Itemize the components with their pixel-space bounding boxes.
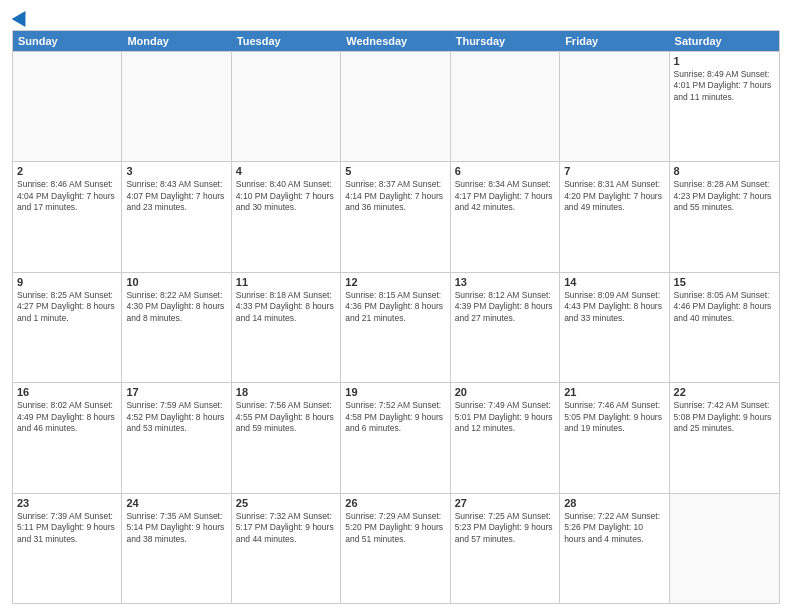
calendar-day-empty bbox=[13, 52, 122, 161]
calendar-day-28: 28Sunrise: 7:22 AM Sunset: 5:26 PM Dayli… bbox=[560, 494, 669, 603]
day-info: Sunrise: 8:34 AM Sunset: 4:17 PM Dayligh… bbox=[455, 179, 555, 213]
day-info: Sunrise: 7:52 AM Sunset: 4:58 PM Dayligh… bbox=[345, 400, 445, 434]
day-number: 7 bbox=[564, 165, 664, 177]
day-number: 28 bbox=[564, 497, 664, 509]
day-number: 8 bbox=[674, 165, 775, 177]
day-info: Sunrise: 8:05 AM Sunset: 4:46 PM Dayligh… bbox=[674, 290, 775, 324]
day-number: 17 bbox=[126, 386, 226, 398]
calendar: SundayMondayTuesdayWednesdayThursdayFrid… bbox=[12, 30, 780, 604]
day-info: Sunrise: 7:35 AM Sunset: 5:14 PM Dayligh… bbox=[126, 511, 226, 545]
calendar-day-1: 1Sunrise: 8:49 AM Sunset: 4:01 PM Daylig… bbox=[670, 52, 779, 161]
day-info: Sunrise: 8:15 AM Sunset: 4:36 PM Dayligh… bbox=[345, 290, 445, 324]
day-number: 22 bbox=[674, 386, 775, 398]
day-info: Sunrise: 8:46 AM Sunset: 4:04 PM Dayligh… bbox=[17, 179, 117, 213]
header-day-saturday: Saturday bbox=[670, 31, 779, 51]
logo bbox=[12, 10, 30, 24]
calendar-day-22: 22Sunrise: 7:42 AM Sunset: 5:08 PM Dayli… bbox=[670, 383, 779, 492]
header-day-tuesday: Tuesday bbox=[232, 31, 341, 51]
day-number: 5 bbox=[345, 165, 445, 177]
day-number: 14 bbox=[564, 276, 664, 288]
day-number: 23 bbox=[17, 497, 117, 509]
header-day-friday: Friday bbox=[560, 31, 669, 51]
calendar-day-17: 17Sunrise: 7:59 AM Sunset: 4:52 PM Dayli… bbox=[122, 383, 231, 492]
calendar-day-empty bbox=[451, 52, 560, 161]
calendar-day-26: 26Sunrise: 7:29 AM Sunset: 5:20 PM Dayli… bbox=[341, 494, 450, 603]
calendar-day-empty bbox=[232, 52, 341, 161]
day-info: Sunrise: 7:46 AM Sunset: 5:05 PM Dayligh… bbox=[564, 400, 664, 434]
day-info: Sunrise: 8:18 AM Sunset: 4:33 PM Dayligh… bbox=[236, 290, 336, 324]
day-number: 6 bbox=[455, 165, 555, 177]
logo-triangle-icon bbox=[12, 7, 33, 27]
day-number: 20 bbox=[455, 386, 555, 398]
header-day-wednesday: Wednesday bbox=[341, 31, 450, 51]
day-number: 4 bbox=[236, 165, 336, 177]
day-number: 25 bbox=[236, 497, 336, 509]
calendar-day-14: 14Sunrise: 8:09 AM Sunset: 4:43 PM Dayli… bbox=[560, 273, 669, 382]
calendar-day-8: 8Sunrise: 8:28 AM Sunset: 4:23 PM Daylig… bbox=[670, 162, 779, 271]
calendar-day-11: 11Sunrise: 8:18 AM Sunset: 4:33 PM Dayli… bbox=[232, 273, 341, 382]
day-info: Sunrise: 7:59 AM Sunset: 4:52 PM Dayligh… bbox=[126, 400, 226, 434]
header bbox=[12, 10, 780, 24]
calendar-day-empty bbox=[670, 494, 779, 603]
calendar-day-18: 18Sunrise: 7:56 AM Sunset: 4:55 PM Dayli… bbox=[232, 383, 341, 492]
calendar-day-empty bbox=[560, 52, 669, 161]
calendar-day-24: 24Sunrise: 7:35 AM Sunset: 5:14 PM Dayli… bbox=[122, 494, 231, 603]
day-info: Sunrise: 8:40 AM Sunset: 4:10 PM Dayligh… bbox=[236, 179, 336, 213]
day-info: Sunrise: 7:56 AM Sunset: 4:55 PM Dayligh… bbox=[236, 400, 336, 434]
calendar-day-12: 12Sunrise: 8:15 AM Sunset: 4:36 PM Dayli… bbox=[341, 273, 450, 382]
calendar-header: SundayMondayTuesdayWednesdayThursdayFrid… bbox=[13, 31, 779, 51]
calendar-day-27: 27Sunrise: 7:25 AM Sunset: 5:23 PM Dayli… bbox=[451, 494, 560, 603]
calendar-day-16: 16Sunrise: 8:02 AM Sunset: 4:49 PM Dayli… bbox=[13, 383, 122, 492]
day-info: Sunrise: 7:39 AM Sunset: 5:11 PM Dayligh… bbox=[17, 511, 117, 545]
calendar-week-3: 9Sunrise: 8:25 AM Sunset: 4:27 PM Daylig… bbox=[13, 272, 779, 382]
day-info: Sunrise: 7:32 AM Sunset: 5:17 PM Dayligh… bbox=[236, 511, 336, 545]
day-number: 27 bbox=[455, 497, 555, 509]
day-info: Sunrise: 7:25 AM Sunset: 5:23 PM Dayligh… bbox=[455, 511, 555, 545]
calendar-day-4: 4Sunrise: 8:40 AM Sunset: 4:10 PM Daylig… bbox=[232, 162, 341, 271]
calendar-day-empty bbox=[341, 52, 450, 161]
day-number: 13 bbox=[455, 276, 555, 288]
day-info: Sunrise: 7:22 AM Sunset: 5:26 PM Dayligh… bbox=[564, 511, 664, 545]
day-number: 2 bbox=[17, 165, 117, 177]
page-container: SundayMondayTuesdayWednesdayThursdayFrid… bbox=[0, 0, 792, 612]
calendar-day-7: 7Sunrise: 8:31 AM Sunset: 4:20 PM Daylig… bbox=[560, 162, 669, 271]
day-info: Sunrise: 8:22 AM Sunset: 4:30 PM Dayligh… bbox=[126, 290, 226, 324]
day-info: Sunrise: 8:37 AM Sunset: 4:14 PM Dayligh… bbox=[345, 179, 445, 213]
calendar-day-20: 20Sunrise: 7:49 AM Sunset: 5:01 PM Dayli… bbox=[451, 383, 560, 492]
day-info: Sunrise: 7:29 AM Sunset: 5:20 PM Dayligh… bbox=[345, 511, 445, 545]
calendar-week-4: 16Sunrise: 8:02 AM Sunset: 4:49 PM Dayli… bbox=[13, 382, 779, 492]
day-number: 19 bbox=[345, 386, 445, 398]
day-info: Sunrise: 8:12 AM Sunset: 4:39 PM Dayligh… bbox=[455, 290, 555, 324]
calendar-day-6: 6Sunrise: 8:34 AM Sunset: 4:17 PM Daylig… bbox=[451, 162, 560, 271]
calendar-day-23: 23Sunrise: 7:39 AM Sunset: 5:11 PM Dayli… bbox=[13, 494, 122, 603]
day-number: 26 bbox=[345, 497, 445, 509]
calendar-day-25: 25Sunrise: 7:32 AM Sunset: 5:17 PM Dayli… bbox=[232, 494, 341, 603]
day-number: 15 bbox=[674, 276, 775, 288]
day-info: Sunrise: 8:31 AM Sunset: 4:20 PM Dayligh… bbox=[564, 179, 664, 213]
day-number: 9 bbox=[17, 276, 117, 288]
calendar-day-19: 19Sunrise: 7:52 AM Sunset: 4:58 PM Dayli… bbox=[341, 383, 450, 492]
day-number: 21 bbox=[564, 386, 664, 398]
day-info: Sunrise: 7:42 AM Sunset: 5:08 PM Dayligh… bbox=[674, 400, 775, 434]
day-info: Sunrise: 8:43 AM Sunset: 4:07 PM Dayligh… bbox=[126, 179, 226, 213]
day-number: 12 bbox=[345, 276, 445, 288]
calendar-day-3: 3Sunrise: 8:43 AM Sunset: 4:07 PM Daylig… bbox=[122, 162, 231, 271]
day-number: 24 bbox=[126, 497, 226, 509]
day-number: 11 bbox=[236, 276, 336, 288]
calendar-day-15: 15Sunrise: 8:05 AM Sunset: 4:46 PM Dayli… bbox=[670, 273, 779, 382]
calendar-day-21: 21Sunrise: 7:46 AM Sunset: 5:05 PM Dayli… bbox=[560, 383, 669, 492]
day-number: 10 bbox=[126, 276, 226, 288]
calendar-day-5: 5Sunrise: 8:37 AM Sunset: 4:14 PM Daylig… bbox=[341, 162, 450, 271]
day-number: 1 bbox=[674, 55, 775, 67]
day-info: Sunrise: 8:28 AM Sunset: 4:23 PM Dayligh… bbox=[674, 179, 775, 213]
header-day-monday: Monday bbox=[122, 31, 231, 51]
calendar-day-10: 10Sunrise: 8:22 AM Sunset: 4:30 PM Dayli… bbox=[122, 273, 231, 382]
day-info: Sunrise: 7:49 AM Sunset: 5:01 PM Dayligh… bbox=[455, 400, 555, 434]
calendar-week-1: 1Sunrise: 8:49 AM Sunset: 4:01 PM Daylig… bbox=[13, 51, 779, 161]
calendar-week-2: 2Sunrise: 8:46 AM Sunset: 4:04 PM Daylig… bbox=[13, 161, 779, 271]
calendar-day-9: 9Sunrise: 8:25 AM Sunset: 4:27 PM Daylig… bbox=[13, 273, 122, 382]
day-info: Sunrise: 8:02 AM Sunset: 4:49 PM Dayligh… bbox=[17, 400, 117, 434]
header-day-sunday: Sunday bbox=[13, 31, 122, 51]
calendar-day-13: 13Sunrise: 8:12 AM Sunset: 4:39 PM Dayli… bbox=[451, 273, 560, 382]
day-info: Sunrise: 8:09 AM Sunset: 4:43 PM Dayligh… bbox=[564, 290, 664, 324]
